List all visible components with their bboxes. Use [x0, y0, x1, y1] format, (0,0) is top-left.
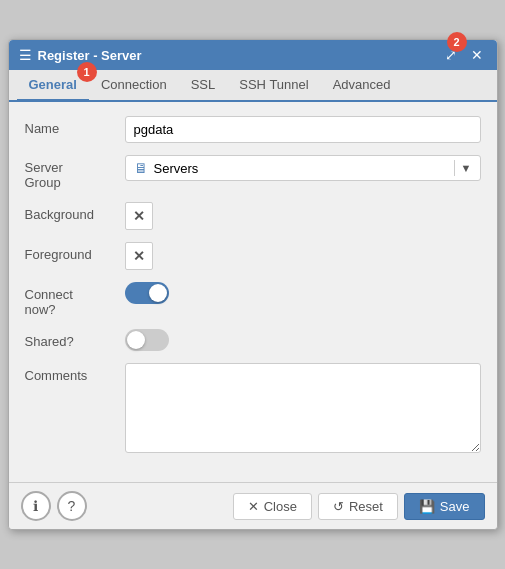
- foreground-control: ✕: [125, 242, 481, 270]
- footer-left: ℹ ?: [21, 491, 87, 521]
- register-server-dialog: ☰ Register - Server 2 ⤢ ✕ 1 General Conn…: [8, 39, 498, 530]
- badge-2: 2: [447, 32, 467, 52]
- save-icon: 💾: [419, 499, 435, 514]
- help-button[interactable]: ?: [57, 491, 87, 521]
- comments-control: [125, 363, 481, 456]
- dialog-title: Register - Server: [38, 48, 142, 63]
- connect-now-label: Connect now?: [25, 282, 125, 317]
- background-control: ✕: [125, 202, 481, 230]
- server-group-row: Server Group 🖥 Servers ▼: [25, 155, 481, 190]
- reset-button[interactable]: ↺ Reset: [318, 493, 398, 520]
- reset-icon: ↺: [333, 499, 344, 514]
- background-x-icon: ✕: [133, 208, 145, 224]
- name-input-wrapper: [125, 116, 481, 143]
- server-group-select[interactable]: 🖥 Servers ▼: [125, 155, 481, 181]
- foreground-x-icon: ✕: [133, 248, 145, 264]
- shared-slider: [125, 329, 169, 351]
- shared-label: Shared?: [25, 329, 125, 349]
- select-divider: [454, 160, 455, 176]
- tab-ssh-tunnel[interactable]: SSH Tunnel: [227, 70, 320, 102]
- close-dialog-button[interactable]: ✕: [467, 46, 487, 64]
- shared-control: [125, 329, 481, 351]
- info-button[interactable]: ℹ: [21, 491, 51, 521]
- background-label: Background: [25, 202, 125, 222]
- background-row: Background ✕: [25, 202, 481, 230]
- footer: ℹ ? ✕ Close ↺ Reset 💾 Save: [9, 482, 497, 529]
- connect-now-toggle-container: [125, 282, 481, 304]
- chevron-down-icon: ▼: [461, 162, 472, 174]
- server-group-icon: 🖥: [134, 160, 148, 176]
- shared-row: Shared?: [25, 329, 481, 351]
- title-actions: 2 ⤢ ✕: [441, 46, 487, 64]
- tab-ssl[interactable]: SSL: [179, 70, 228, 102]
- background-color-picker[interactable]: ✕: [125, 202, 153, 230]
- close-icon: ✕: [248, 499, 259, 514]
- foreground-label: Foreground: [25, 242, 125, 262]
- close-label: Close: [264, 499, 297, 514]
- connect-now-toggle[interactable]: [125, 282, 169, 304]
- server-group-select-wrapper: 🖥 Servers ▼: [125, 155, 481, 181]
- server-group-value: Servers: [154, 161, 448, 176]
- shared-toggle-container: [125, 329, 481, 351]
- title-bar-left: ☰ Register - Server: [19, 47, 142, 63]
- footer-right: ✕ Close ↺ Reset 💾 Save: [233, 493, 485, 520]
- name-input[interactable]: [125, 116, 481, 143]
- tabs-wrapper: 1 General Connection SSL SSH Tunnel Adva…: [9, 70, 497, 102]
- reset-label: Reset: [349, 499, 383, 514]
- close-button[interactable]: ✕ Close: [233, 493, 312, 520]
- name-row: Name: [25, 116, 481, 143]
- tab-connection[interactable]: Connection: [89, 70, 179, 102]
- tab-advanced[interactable]: Advanced: [321, 70, 403, 102]
- form-content: Name Server Group 🖥 Servers ▼ Background: [9, 102, 497, 482]
- badge-1: 1: [77, 62, 97, 82]
- save-button[interactable]: 💾 Save: [404, 493, 485, 520]
- foreground-row: Foreground ✕: [25, 242, 481, 270]
- foreground-color-picker[interactable]: ✕: [125, 242, 153, 270]
- save-label: Save: [440, 499, 470, 514]
- connect-now-slider: [125, 282, 169, 304]
- comments-textarea[interactable]: [125, 363, 481, 453]
- name-label: Name: [25, 116, 125, 136]
- comments-label: Comments: [25, 363, 125, 383]
- server-group-label: Server Group: [25, 155, 125, 190]
- connect-now-control: [125, 282, 481, 304]
- connect-now-row: Connect now?: [25, 282, 481, 317]
- dialog-icon: ☰: [19, 47, 32, 63]
- shared-toggle[interactable]: [125, 329, 169, 351]
- comments-row: Comments: [25, 363, 481, 456]
